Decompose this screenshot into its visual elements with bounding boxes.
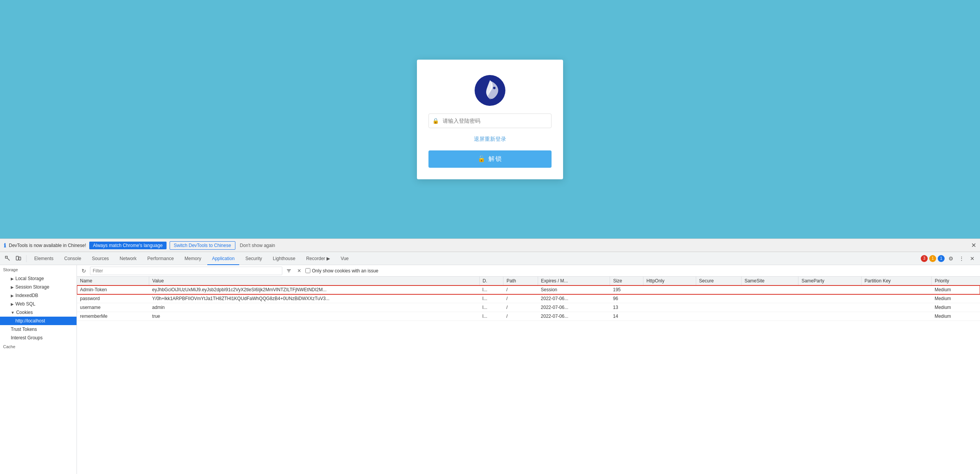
cookie-table: Name Value D. Path Expires / M... Size H…: [77, 277, 980, 474]
cookie-cell: l...: [479, 294, 503, 303]
cookie-cell: 195: [610, 285, 643, 294]
sidebar-label-localhost: http://localhost: [15, 318, 45, 324]
cookie-cell: [741, 303, 798, 312]
cookie-cell: [861, 303, 932, 312]
only-issues-label[interactable]: Only show cookies with an issue: [305, 268, 378, 274]
storage-section-header: Storage: [0, 265, 77, 274]
browser-viewport: 🔒 退屏重新登录 🔓 解锁: [0, 0, 980, 239]
logout-link[interactable]: 退屏重新登录: [474, 136, 506, 143]
col-header-value[interactable]: Value: [149, 277, 480, 285]
sidebar-item-session-storage[interactable]: ▶ Session Storage: [0, 283, 77, 291]
sidebar-item-cookies[interactable]: ▼ Cookies: [0, 308, 77, 317]
sidebar-label-indexeddb: IndexedDB: [15, 293, 38, 298]
col-header-samesite[interactable]: SameSite: [741, 277, 798, 285]
cookie-cell: 2022-07-06...: [538, 312, 610, 321]
expand-icon: ▼: [11, 310, 15, 315]
lock-icon: 🔒: [432, 118, 439, 124]
tab-performance[interactable]: Performance: [143, 252, 178, 265]
clear-filter-button[interactable]: ×: [295, 267, 303, 275]
cookie-cell: 13: [610, 303, 643, 312]
svg-rect-5: [19, 257, 21, 260]
cookie-cell: /: [503, 303, 538, 312]
lock-screen-card: 🔒 退屏重新登录 🔓 解锁: [417, 60, 563, 179]
devtools-banner: ℹ DevTools is now available in Chinese! …: [0, 239, 980, 252]
expand-icon: ▶: [11, 302, 14, 306]
devtools-toolbar: Elements Console Sources Network Perform…: [0, 252, 980, 265]
tab-application[interactable]: Application: [207, 252, 239, 265]
settings-button[interactable]: ⚙: [946, 254, 955, 263]
filter-options-button[interactable]: [285, 267, 293, 275]
cookie-cell: [798, 285, 861, 294]
cookie-cell: [861, 312, 932, 321]
col-header-expires[interactable]: Expires / M...: [538, 277, 610, 285]
device-toggle-button[interactable]: [14, 254, 23, 263]
cookie-row[interactable]: rememberMetruel.../2022-07-06...14Medium: [77, 312, 980, 321]
tab-recorder[interactable]: Recorder ▶: [302, 252, 335, 265]
col-header-partitionkey[interactable]: Partition Key: [861, 277, 932, 285]
filter-input[interactable]: [90, 267, 282, 275]
tab-vue[interactable]: Vue: [336, 252, 353, 265]
cookie-cell: Medium: [932, 285, 980, 294]
col-header-priority[interactable]: Priority: [932, 277, 980, 285]
cookie-cell: [861, 294, 932, 303]
cookie-cell: admin: [149, 303, 480, 312]
password-input[interactable]: [428, 113, 552, 128]
svg-point-1: [493, 87, 495, 89]
svg-line-3: [7, 258, 10, 260]
cookie-row[interactable]: usernameadminl.../2022-07-06...13Medium: [77, 303, 980, 312]
cookie-cell: /: [503, 312, 538, 321]
cookie-cell: l...: [479, 285, 503, 294]
sidebar-item-interest-groups[interactable]: Interest Groups: [0, 334, 77, 342]
col-header-path[interactable]: Path: [503, 277, 538, 285]
inspect-element-button[interactable]: [3, 254, 12, 263]
sidebar-item-localhost[interactable]: http://localhost: [0, 317, 77, 325]
sidebar-item-web-sql[interactable]: ▶ Web SQL: [0, 300, 77, 308]
cookie-cell: rememberMe: [77, 312, 149, 321]
devtools-content-area: ↻ × Only show cookies with an issue: [77, 265, 980, 474]
sidebar-item-trust-tokens[interactable]: Trust Tokens: [0, 325, 77, 334]
unlock-button[interactable]: 🔓 解锁: [428, 150, 552, 168]
devtools-sidebar: Storage ▶ Local Storage ▶ Session Storag…: [0, 265, 77, 474]
cookies-data-table: Name Value D. Path Expires / M... Size H…: [77, 277, 980, 321]
col-header-domain[interactable]: D.: [479, 277, 503, 285]
match-language-button[interactable]: Always match Chrome's language: [89, 242, 167, 249]
tab-console[interactable]: Console: [60, 252, 86, 265]
only-issues-text: Only show cookies with an issue: [312, 268, 378, 274]
col-header-secure[interactable]: Secure: [696, 277, 741, 285]
sidebar-label-local-storage: Local Storage: [15, 276, 44, 281]
only-issues-checkbox[interactable]: [305, 268, 310, 273]
cookie-cell: [696, 312, 741, 321]
dont-show-again[interactable]: Don't show again: [240, 243, 275, 248]
col-header-sameparty[interactable]: SameParty: [798, 277, 861, 285]
cookie-cell: [741, 312, 798, 321]
cookie-row[interactable]: passwordY/0h+lkk1ARPBFIIOVmYtJa1TH8ZTHl1…: [77, 294, 980, 303]
tab-sources[interactable]: Sources: [87, 252, 113, 265]
cookie-toolbar: ↻ × Only show cookies with an issue: [77, 265, 980, 277]
close-devtools-button[interactable]: ✕: [968, 254, 977, 263]
col-header-httponly[interactable]: HttpOnly: [643, 277, 696, 285]
cookie-cell: [643, 312, 696, 321]
tab-memory[interactable]: Memory: [180, 252, 206, 265]
more-options-button[interactable]: ⋮: [957, 254, 966, 263]
banner-close-button[interactable]: ✕: [971, 242, 976, 249]
tab-security[interactable]: Security: [241, 252, 267, 265]
cookie-cell: l...: [479, 312, 503, 321]
cookie-cell: /: [503, 294, 538, 303]
tab-lighthouse[interactable]: Lighthouse: [268, 252, 300, 265]
refresh-cookies-button[interactable]: ↻: [80, 267, 88, 275]
cookie-cell: l...: [479, 303, 503, 312]
cookie-cell: 14: [610, 312, 643, 321]
devtools-panel: Elements Console Sources Network Perform…: [0, 252, 980, 474]
info-badge: 1: [938, 255, 945, 262]
cookie-cell: Admin-Token: [77, 285, 149, 294]
switch-chinese-button[interactable]: Switch DevTools to Chinese: [170, 241, 235, 250]
tab-elements[interactable]: Elements: [30, 252, 58, 265]
sidebar-label-trust-tokens: Trust Tokens: [11, 327, 37, 332]
col-header-name[interactable]: Name: [77, 277, 149, 285]
col-header-size[interactable]: Size: [610, 277, 643, 285]
cookie-row[interactable]: Admin-TokeneyJhbGciOiJIUzUxMiJ9.eyJsb2dp…: [77, 285, 980, 294]
tab-network[interactable]: Network: [115, 252, 141, 265]
sidebar-item-local-storage[interactable]: ▶ Local Storage: [0, 274, 77, 283]
sidebar-item-indexeddb[interactable]: ▶ IndexedDB: [0, 291, 77, 300]
cookie-cell: Session: [538, 285, 610, 294]
